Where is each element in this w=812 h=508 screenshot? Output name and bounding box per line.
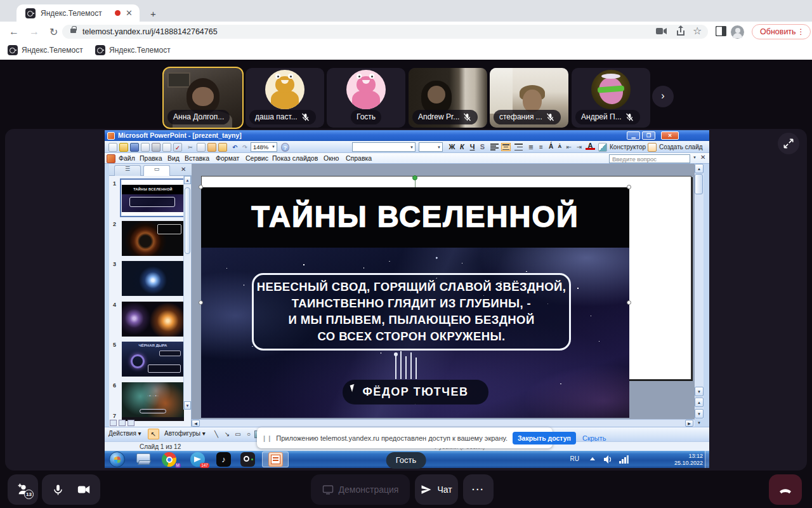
close-button[interactable]: ✕ xyxy=(661,131,679,140)
shadow-button[interactable]: S xyxy=(478,142,487,152)
resize-handle[interactable] xyxy=(627,300,631,305)
menu-slideshow[interactable]: Показ слайдов xyxy=(272,154,318,162)
browser-tab[interactable]: Яндекс.Телемост ✕ xyxy=(16,4,140,22)
question-dropdown-icon[interactable]: ▼ xyxy=(693,156,697,159)
new-icon[interactable] xyxy=(108,143,117,152)
forward-icon[interactable]: → xyxy=(29,26,39,37)
mail-icon[interactable] xyxy=(141,143,150,152)
bookmark-item[interactable]: Яндекс.Телемост xyxy=(109,46,171,55)
demonstration-button[interactable]: Демонстрация xyxy=(311,474,410,505)
scroll-down-icon[interactable]: ▼ xyxy=(695,387,704,396)
menu-insert[interactable]: Вставка xyxy=(185,154,209,162)
vertical-scrollbar[interactable]: ▲ ▼ ▲▲ ▼▼ xyxy=(695,164,704,419)
menu-window[interactable]: Окно xyxy=(324,154,339,162)
align-right-button[interactable] xyxy=(514,144,523,150)
update-browser-button[interactable]: Обновить⋮ xyxy=(752,24,811,39)
sidepanel-icon[interactable] xyxy=(716,26,726,36)
chat-button[interactable]: Чат xyxy=(415,474,458,505)
participant-tile-stefania[interactable]: стефания ... xyxy=(490,68,568,128)
help-icon[interactable]: ? xyxy=(281,143,289,152)
language-switch[interactable]: RU xyxy=(570,455,579,462)
bullets-icon[interactable]: ≡ xyxy=(536,142,546,152)
volume-icon[interactable] xyxy=(604,455,613,464)
next-slide-button[interactable]: ▼▼ xyxy=(695,409,704,418)
taskbar-app-keyboard[interactable] xyxy=(135,452,153,466)
view-buttons[interactable] xyxy=(110,420,139,427)
bookmark-star-icon[interactable]: ☆ xyxy=(693,25,702,37)
save-icon[interactable] xyxy=(130,143,139,152)
question-box[interactable]: Введите вопрос xyxy=(609,154,690,163)
horizontal-scrollbar[interactable]: ◀ ▶ xyxy=(192,419,695,427)
select-pointer-button[interactable]: ↖ xyxy=(148,429,159,439)
scroll-up-icon[interactable]: ▲ xyxy=(695,164,704,173)
url-text[interactable]: telemost.yandex.ru/j/41888142764765 xyxy=(82,27,218,36)
preview-icon[interactable] xyxy=(162,143,171,152)
line-tool-icon[interactable]: ╲ xyxy=(211,429,221,439)
fullscreen-button[interactable] xyxy=(778,133,799,154)
panel-close-icon[interactable]: ✕ xyxy=(181,166,186,173)
show-desktop-button[interactable] xyxy=(705,451,709,468)
mic-button[interactable] xyxy=(52,484,64,496)
hang-up-button[interactable] xyxy=(769,474,802,505)
taskbar-app-powerpoint[interactable] xyxy=(267,452,285,466)
menu-view[interactable]: Вид xyxy=(167,154,180,162)
slides-tab[interactable]: ▭ xyxy=(143,165,170,176)
align-center-button[interactable] xyxy=(502,144,510,150)
taskbar-app-telegram[interactable]: 147 xyxy=(189,452,207,466)
bookmark-item[interactable]: Яндекс.Телемост xyxy=(22,46,83,55)
menu-edit[interactable]: Правка xyxy=(140,154,162,162)
undo-icon[interactable]: ↶ xyxy=(230,143,239,152)
autoshapes-menu[interactable]: Автофигуры ▾ xyxy=(164,430,206,437)
share-icon[interactable] xyxy=(676,25,685,36)
next-participants-button[interactable]: › xyxy=(652,86,674,107)
taskbar-app-telemost[interactable] xyxy=(239,452,257,466)
slide-thumbnail-5[interactable]: ЧЁРНАЯ ДЫРА xyxy=(122,342,184,377)
back-icon[interactable]: ← xyxy=(9,26,19,37)
camera-indicator-icon[interactable] xyxy=(656,27,667,36)
cut-icon[interactable]: ✂ xyxy=(186,143,195,152)
more-options-button[interactable]: ··· xyxy=(463,474,494,505)
hide-notification-button[interactable]: Скрыть xyxy=(582,434,606,442)
menu-file[interactable]: Файл xyxy=(119,154,135,162)
redo-icon[interactable]: ↷ xyxy=(240,143,249,152)
scroll-left-icon[interactable]: ◀ xyxy=(192,420,200,427)
decrease-indent-icon[interactable]: ⇤ xyxy=(564,142,574,152)
scroll-down-icon[interactable]: ▼ xyxy=(184,401,191,410)
camera-button[interactable] xyxy=(77,483,91,497)
new-tab-button[interactable]: + xyxy=(150,8,156,19)
resize-handle[interactable] xyxy=(199,185,203,189)
menu-help[interactable]: Справка xyxy=(346,154,372,162)
scroll-up-icon[interactable]: ▲ xyxy=(184,176,191,184)
print-icon[interactable] xyxy=(152,143,160,152)
previous-slide-button[interactable]: ▲▲ xyxy=(695,398,704,407)
numbering-icon[interactable]: ≣ xyxy=(526,142,536,152)
slide-thumbnail-3[interactable] xyxy=(122,261,184,296)
menu-dots-icon[interactable]: ⋮ xyxy=(797,25,805,39)
copy-icon[interactable] xyxy=(197,143,206,152)
resize-handle[interactable] xyxy=(627,185,631,189)
start-button[interactable] xyxy=(109,451,125,467)
outline-tab[interactable]: ☰ xyxy=(114,165,141,176)
participant-tile-andrey[interactable]: Андрей П... xyxy=(572,68,650,128)
actions-menu[interactable]: Действия ▾ xyxy=(108,430,141,437)
bold-button[interactable]: Ж xyxy=(447,142,457,152)
rotate-handle[interactable] xyxy=(412,175,417,180)
spelling-icon[interactable]: ✓ xyxy=(173,143,182,152)
slide-thumbnail-4[interactable] xyxy=(122,302,184,337)
italic-button[interactable]: К xyxy=(457,142,467,152)
rectangle-tool-icon[interactable]: ▭ xyxy=(233,429,243,439)
arrow-tool-icon[interactable]: ↘ xyxy=(222,429,232,439)
participant-tile-guest[interactable]: Гость xyxy=(327,68,405,128)
design-button[interactable]: Конструктор xyxy=(610,144,646,150)
oval-tool-icon[interactable]: ○ xyxy=(244,429,254,439)
taskbar-app-chrome[interactable]: M xyxy=(160,452,178,466)
panel-scrollbar[interactable]: ▲ ▼ xyxy=(183,176,190,410)
menu-tools[interactable]: Сервис xyxy=(246,154,268,162)
open-icon[interactable] xyxy=(119,143,128,152)
participant-tile-dasha[interactable]: даша паст... xyxy=(246,68,324,128)
participant-tile-andrew[interactable]: Andrew Pr... xyxy=(409,68,487,128)
taskbar-app-tiktok[interactable]: ♪ xyxy=(215,452,233,466)
slide-thumbnail-2[interactable] xyxy=(122,221,184,256)
participants-button[interactable]: 13 xyxy=(8,474,38,505)
slide-thumbnail-6[interactable]: · • · · • · xyxy=(122,382,184,417)
